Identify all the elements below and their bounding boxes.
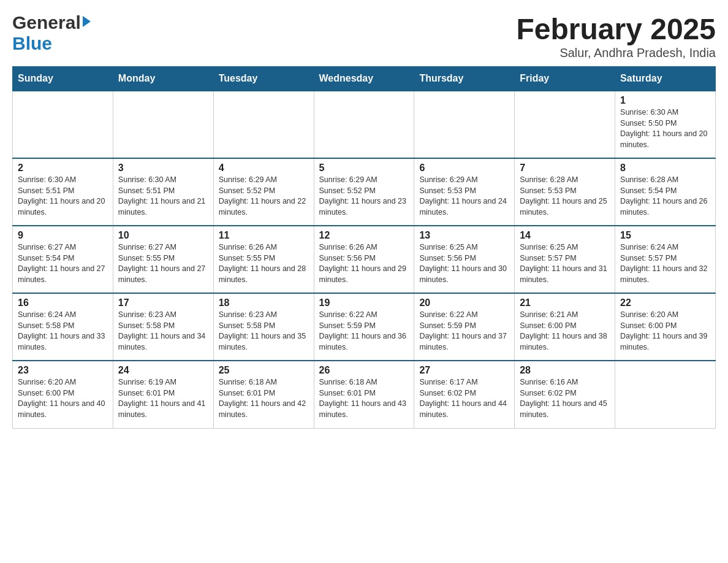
day-info: Sunrise: 6:22 AMSunset: 5:59 PMDaylight:…	[319, 310, 409, 353]
day-number: 3	[118, 163, 208, 174]
calendar-week-row: 2Sunrise: 6:30 AMSunset: 5:51 PMDaylight…	[13, 158, 716, 226]
calendar-cell	[113, 91, 213, 158]
calendar-cell: 24Sunrise: 6:19 AMSunset: 6:01 PMDayligh…	[113, 361, 213, 428]
day-info: Sunrise: 6:21 AMSunset: 6:00 PMDaylight:…	[520, 310, 610, 353]
logo-general-text: General	[12, 12, 81, 33]
day-info: Sunrise: 6:23 AMSunset: 5:58 PMDaylight:…	[118, 310, 208, 353]
day-info: Sunrise: 6:26 AMSunset: 5:56 PMDaylight:…	[319, 242, 409, 285]
calendar-cell: 7Sunrise: 6:28 AMSunset: 5:53 PMDaylight…	[515, 158, 615, 226]
day-number: 21	[520, 297, 610, 308]
calendar-cell: 4Sunrise: 6:29 AMSunset: 5:52 PMDaylight…	[213, 158, 314, 226]
day-info: Sunrise: 6:24 AMSunset: 5:57 PMDaylight:…	[620, 242, 710, 285]
day-info: Sunrise: 6:30 AMSunset: 5:51 PMDaylight:…	[118, 175, 208, 218]
calendar-cell	[515, 91, 615, 158]
day-number: 17	[118, 297, 208, 308]
logo-blue-text: Blue	[12, 33, 52, 54]
calendar-cell: 9Sunrise: 6:27 AMSunset: 5:54 PMDaylight…	[13, 226, 113, 293]
title-block: February 2025 Salur, Andhra Pradesh, Ind…	[516, 12, 716, 60]
calendar-cell: 16Sunrise: 6:24 AMSunset: 5:58 PMDayligh…	[13, 293, 113, 361]
calendar-cell: 25Sunrise: 6:18 AMSunset: 6:01 PMDayligh…	[213, 361, 314, 428]
day-number: 16	[18, 297, 108, 308]
day-of-week-header: Saturday	[615, 67, 716, 91]
calendar-cell: 14Sunrise: 6:25 AMSunset: 5:57 PMDayligh…	[515, 226, 615, 293]
day-info: Sunrise: 6:27 AMSunset: 5:54 PMDaylight:…	[18, 242, 108, 285]
calendar-week-row: 23Sunrise: 6:20 AMSunset: 6:00 PMDayligh…	[13, 361, 716, 428]
calendar-cell	[314, 91, 414, 158]
calendar-table: SundayMondayTuesdayWednesdayThursdayFrid…	[12, 66, 716, 429]
calendar-cell: 10Sunrise: 6:27 AMSunset: 5:55 PMDayligh…	[113, 226, 213, 293]
calendar-cell	[615, 361, 716, 428]
calendar-cell: 17Sunrise: 6:23 AMSunset: 5:58 PMDayligh…	[113, 293, 213, 361]
calendar-cell: 23Sunrise: 6:20 AMSunset: 6:00 PMDayligh…	[13, 361, 113, 428]
calendar-week-row: 1Sunrise: 6:30 AMSunset: 5:50 PMDaylight…	[13, 91, 716, 158]
calendar-cell: 15Sunrise: 6:24 AMSunset: 5:57 PMDayligh…	[615, 226, 716, 293]
logo: General Blue	[12, 12, 91, 54]
calendar-cell	[213, 91, 314, 158]
day-info: Sunrise: 6:24 AMSunset: 5:58 PMDaylight:…	[18, 310, 108, 353]
day-info: Sunrise: 6:29 AMSunset: 5:53 PMDaylight:…	[419, 175, 509, 218]
day-info: Sunrise: 6:26 AMSunset: 5:55 PMDaylight:…	[219, 242, 309, 285]
location-text: Salur, Andhra Pradesh, India	[516, 46, 716, 60]
day-info: Sunrise: 6:29 AMSunset: 5:52 PMDaylight:…	[219, 175, 309, 218]
day-info: Sunrise: 6:17 AMSunset: 6:02 PMDaylight:…	[419, 377, 509, 420]
logo-triangle-icon	[83, 16, 91, 27]
calendar-cell	[13, 91, 113, 158]
day-info: Sunrise: 6:30 AMSunset: 5:51 PMDaylight:…	[18, 175, 108, 218]
calendar-week-row: 16Sunrise: 6:24 AMSunset: 5:58 PMDayligh…	[13, 293, 716, 361]
calendar-cell: 11Sunrise: 6:26 AMSunset: 5:55 PMDayligh…	[213, 226, 314, 293]
day-info: Sunrise: 6:28 AMSunset: 5:54 PMDaylight:…	[620, 175, 710, 218]
day-of-week-header: Tuesday	[213, 67, 314, 91]
day-number: 24	[118, 365, 208, 376]
calendar-cell	[414, 91, 515, 158]
day-number: 10	[118, 230, 208, 241]
day-number: 15	[620, 230, 710, 241]
calendar-cell: 27Sunrise: 6:17 AMSunset: 6:02 PMDayligh…	[414, 361, 515, 428]
day-number: 5	[319, 163, 409, 174]
day-of-week-header: Friday	[515, 67, 615, 91]
day-info: Sunrise: 6:28 AMSunset: 5:53 PMDaylight:…	[520, 175, 610, 218]
calendar-cell: 28Sunrise: 6:16 AMSunset: 6:02 PMDayligh…	[515, 361, 615, 428]
day-number: 2	[18, 163, 108, 174]
day-info: Sunrise: 6:25 AMSunset: 5:57 PMDaylight:…	[520, 242, 610, 285]
calendar-cell: 13Sunrise: 6:25 AMSunset: 5:56 PMDayligh…	[414, 226, 515, 293]
calendar-cell: 6Sunrise: 6:29 AMSunset: 5:53 PMDaylight…	[414, 158, 515, 226]
calendar-cell: 5Sunrise: 6:29 AMSunset: 5:52 PMDaylight…	[314, 158, 414, 226]
month-title: February 2025	[516, 12, 716, 46]
day-number: 23	[18, 365, 108, 376]
calendar-week-row: 9Sunrise: 6:27 AMSunset: 5:54 PMDaylight…	[13, 226, 716, 293]
calendar-cell: 18Sunrise: 6:23 AMSunset: 5:58 PMDayligh…	[213, 293, 314, 361]
day-info: Sunrise: 6:16 AMSunset: 6:02 PMDaylight:…	[520, 377, 610, 420]
day-number: 28	[520, 365, 610, 376]
day-of-week-header: Wednesday	[314, 67, 414, 91]
day-number: 18	[219, 297, 309, 308]
day-number: 26	[319, 365, 409, 376]
calendar-cell: 3Sunrise: 6:30 AMSunset: 5:51 PMDaylight…	[113, 158, 213, 226]
day-number: 14	[520, 230, 610, 241]
day-number: 20	[419, 297, 509, 308]
day-number: 7	[520, 163, 610, 174]
day-number: 6	[419, 163, 509, 174]
calendar-cell: 21Sunrise: 6:21 AMSunset: 6:00 PMDayligh…	[515, 293, 615, 361]
calendar-header-row: SundayMondayTuesdayWednesdayThursdayFrid…	[13, 67, 716, 91]
calendar-cell: 1Sunrise: 6:30 AMSunset: 5:50 PMDaylight…	[615, 91, 716, 158]
day-info: Sunrise: 6:29 AMSunset: 5:52 PMDaylight:…	[319, 175, 409, 218]
calendar-cell: 8Sunrise: 6:28 AMSunset: 5:54 PMDaylight…	[615, 158, 716, 226]
day-info: Sunrise: 6:25 AMSunset: 5:56 PMDaylight:…	[419, 242, 509, 285]
day-info: Sunrise: 6:20 AMSunset: 6:00 PMDaylight:…	[18, 377, 108, 420]
day-of-week-header: Thursday	[414, 67, 515, 91]
day-number: 12	[319, 230, 409, 241]
day-number: 11	[219, 230, 309, 241]
day-info: Sunrise: 6:18 AMSunset: 6:01 PMDaylight:…	[219, 377, 309, 420]
day-info: Sunrise: 6:22 AMSunset: 5:59 PMDaylight:…	[419, 310, 509, 353]
day-number: 9	[18, 230, 108, 241]
day-number: 25	[219, 365, 309, 376]
day-info: Sunrise: 6:19 AMSunset: 6:01 PMDaylight:…	[118, 377, 208, 420]
day-number: 27	[419, 365, 509, 376]
day-number: 19	[319, 297, 409, 308]
calendar-cell: 22Sunrise: 6:20 AMSunset: 6:00 PMDayligh…	[615, 293, 716, 361]
calendar-cell: 19Sunrise: 6:22 AMSunset: 5:59 PMDayligh…	[314, 293, 414, 361]
day-info: Sunrise: 6:23 AMSunset: 5:58 PMDaylight:…	[219, 310, 309, 353]
day-of-week-header: Sunday	[13, 67, 113, 91]
day-info: Sunrise: 6:20 AMSunset: 6:00 PMDaylight:…	[620, 310, 710, 353]
day-info: Sunrise: 6:18 AMSunset: 6:01 PMDaylight:…	[319, 377, 409, 420]
